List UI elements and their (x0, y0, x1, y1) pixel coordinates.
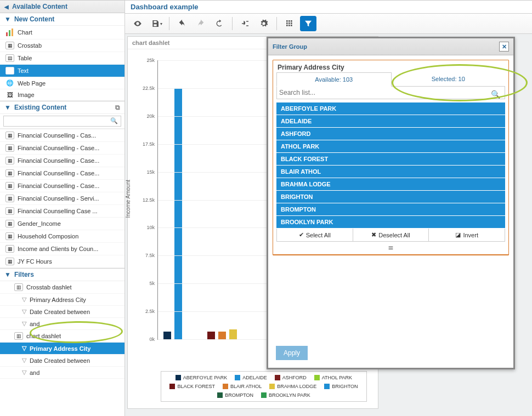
legend-item: BROOKLYN PARK (261, 392, 310, 398)
existing-content-item[interactable]: ▦Financial Counselling - Case... (0, 155, 124, 167)
sidebar: ◀ Available Content ▼ New Content Chart▦… (0, 1, 125, 416)
save-button[interactable]: ▾ (148, 16, 165, 31)
section-label: Existing Content (14, 104, 66, 111)
search-icon[interactable]: 🔍 (491, 90, 500, 99)
legend-item: BRIGHTON (324, 384, 358, 389)
section-existing-content[interactable]: ▼ Existing Content ⧉ (0, 101, 124, 114)
filter-group-dialog: Filter Group ✕ Primary Address City Avai… (267, 37, 515, 369)
chart-bar[interactable] (218, 332, 226, 339)
search-icon[interactable]: 🔍 (110, 117, 118, 124)
y-tick-label: 25k (136, 58, 155, 63)
filter-option[interactable]: ABERFOYLE PARK (276, 102, 505, 115)
filter-option[interactable]: BROOKLYN PARK (276, 216, 505, 229)
svg-rect-0 (6, 32, 8, 36)
svg-rect-1 (9, 30, 10, 36)
filter-item[interactable]: ▽and (0, 318, 124, 330)
dashboard-canvas: chart dashlet ⚙▾ Income Amount Income Am… (125, 34, 532, 416)
select-all-button[interactable]: ✔ Select All (277, 229, 353, 241)
filter-option[interactable]: BROMPTON (276, 203, 505, 216)
close-button[interactable]: ✕ (499, 42, 509, 52)
existing-content-item[interactable]: ▦Household Composion (0, 230, 124, 243)
existing-content-item[interactable]: ▦Financial Counselling - Case... (0, 180, 124, 192)
apply-button[interactable]: Apply (276, 346, 308, 360)
filter-button[interactable] (300, 16, 316, 31)
collapse-icon[interactable]: ◀ (4, 4, 9, 10)
chart-bar[interactable] (163, 332, 171, 339)
filter-option[interactable]: BLAIR ATHOL (276, 166, 505, 178)
existing-content-item[interactable]: ▦JY FC Hours (0, 255, 124, 268)
legend-item: ADELAIDE (235, 375, 267, 380)
invert-button[interactable]: ◪ Invert (429, 229, 505, 241)
filter-option[interactable]: ADELAIDE (276, 115, 505, 128)
filter-item[interactable]: ▽Primary Address City (0, 294, 124, 306)
existing-content-item[interactable]: ▦Financial Counselling - Servi... (0, 192, 124, 205)
section-new-content[interactable]: ▼ New Content (0, 13, 124, 26)
input-controls-button[interactable] (237, 16, 253, 31)
existing-content-item[interactable]: ▦Financial Counselling - Case... (0, 167, 124, 180)
new-content-text[interactable]: TTText (0, 65, 124, 77)
filter-item[interactable]: ▽Date Created between (0, 306, 124, 318)
legend-item: BROMPTON (217, 392, 253, 398)
redo-button[interactable] (193, 16, 209, 31)
main-area: Dashboard example ▾ chart dashlet ⚙▾ (125, 1, 532, 416)
existing-search: 🔍 (0, 114, 124, 129)
toolbar: ▾ (125, 14, 532, 34)
existing-content-item[interactable]: ▦Gender_Income (0, 218, 124, 230)
filter-field-label: Primary Address City (273, 60, 508, 72)
y-tick-label: 15k (136, 169, 155, 175)
filter-group[interactable]: ▥Crosstab dashlet (0, 281, 124, 294)
y-tick-label: 12.5k (136, 197, 155, 203)
undo-button[interactable] (174, 16, 190, 31)
filter-option[interactable]: ASHFORD (276, 128, 505, 140)
y-tick-label: 0k (136, 337, 155, 342)
sidebar-title: ◀ Available Content (0, 1, 124, 13)
copy-icon[interactable]: ⧉ (115, 104, 120, 111)
new-content-web-page[interactable]: 🌐Web Page (0, 77, 124, 89)
tab-available[interactable]: Available: 103 (276, 72, 392, 87)
filter-option[interactable]: BRAHMA LODGE (276, 178, 505, 191)
filter-item[interactable]: ▽and (0, 367, 124, 379)
filter-option[interactable]: BRIGHTON (276, 191, 505, 203)
y-tick-label: 17.5k (136, 141, 155, 147)
y-tick-label: 22.5k (136, 86, 155, 91)
deselect-all-button[interactable]: ✖ Deselect All (353, 229, 429, 241)
legend-item: ASHFORD (275, 375, 307, 380)
y-tick-label: 2.5k (136, 309, 155, 314)
tab-selected[interactable]: Selected: 10 (392, 72, 506, 87)
new-content-crosstab[interactable]: ▦Crosstab (0, 39, 124, 52)
new-content-table[interactable]: ▤Table (0, 52, 124, 65)
refresh-button[interactable] (211, 16, 228, 31)
resize-grip[interactable]: 〓 (273, 242, 508, 255)
chevron-down-icon: ▼ (4, 15, 11, 23)
filter-option[interactable]: BLACK FOREST (276, 153, 505, 166)
legend-item: BLAIR ATHOL (223, 384, 262, 389)
dashboard-title: Dashboard example (125, 1, 532, 14)
existing-content-item[interactable]: ▦Financial Counselling Case ... (0, 205, 124, 218)
existing-search-input[interactable] (3, 116, 121, 127)
filter-group[interactable]: ▥chart dashlet (0, 330, 124, 343)
existing-content-item[interactable]: ▦Financial Counselling - Cas... (0, 129, 124, 142)
filter-item[interactable]: ▽Date Created between (0, 355, 124, 367)
preview-button[interactable] (129, 16, 146, 31)
settings-button[interactable] (256, 16, 272, 31)
legend-item: BLACK FOREST (169, 384, 215, 389)
chart-bar[interactable] (207, 332, 215, 339)
chart-legend: ABERFOYLE PARKADELAIDEASHFORDATHOL PARKB… (161, 371, 367, 402)
grid-button[interactable] (281, 16, 298, 31)
existing-content-item[interactable]: ▦Income and Clients by Coun... (0, 243, 124, 255)
filter-search-input[interactable] (279, 89, 502, 96)
chart-bar[interactable] (229, 329, 237, 339)
new-content-chart[interactable]: Chart (0, 26, 124, 39)
filter-field-box: Primary Address City Available: 103 Sele… (273, 60, 509, 255)
existing-content-item[interactable]: ▦Financial Counselling - Case... (0, 142, 124, 155)
y-axis-label: Income Amount (125, 180, 131, 218)
chevron-down-icon: ▼ (4, 271, 11, 278)
section-label: Filters (14, 271, 34, 278)
new-content-image[interactable]: 🖼Image (0, 89, 124, 101)
section-filters[interactable]: ▼ Filters (0, 268, 124, 281)
chart-bar[interactable] (174, 88, 182, 339)
filter-option[interactable]: ATHOL PARK (276, 140, 505, 153)
y-tick-label: 5k (136, 281, 155, 286)
legend-item: ABERFOYLE PARK (176, 375, 227, 380)
filter-item[interactable]: ▽Primary Address City (0, 343, 124, 355)
